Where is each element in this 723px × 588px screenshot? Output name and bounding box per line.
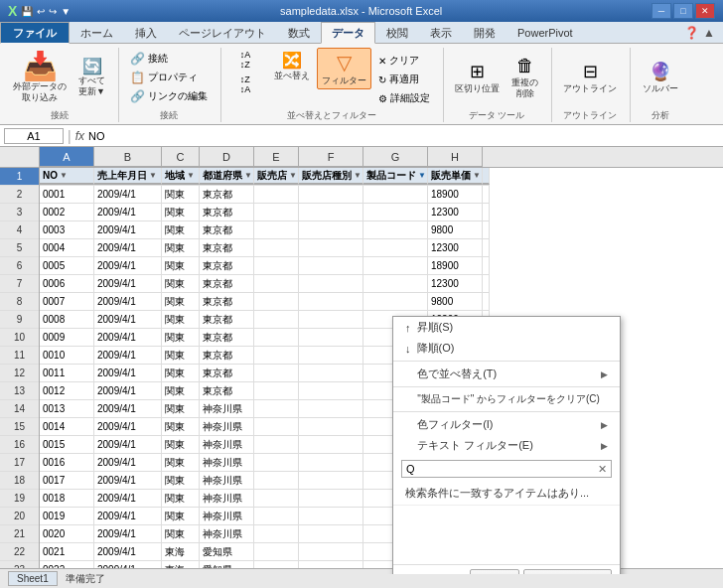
filter-button[interactable]: ▽ フィルター <box>317 48 371 89</box>
cell-r4-c5[interactable] <box>299 221 363 238</box>
row-header-11[interactable]: 11 <box>0 347 39 365</box>
help-icon[interactable]: ❓ <box>684 26 699 40</box>
color-filter-item[interactable]: 色フィルター(I) ▶ <box>393 414 620 435</box>
tab-developer[interactable]: 開発 <box>463 22 506 43</box>
cell-r3-c0[interactable]: 0002 <box>40 204 94 220</box>
row-header-21[interactable]: 21 <box>0 525 39 543</box>
cell-r15-c0[interactable]: 0014 <box>40 418 94 435</box>
cell-r3-c3[interactable]: 東京都 <box>200 204 254 220</box>
row-header-2[interactable]: 2 <box>0 186 39 204</box>
filter-btn-2[interactable]: ▼ <box>187 171 195 180</box>
cell-r19-c0[interactable]: 0018 <box>40 490 94 507</box>
cell-r13-c4[interactable] <box>254 382 299 399</box>
cell-r17-c1[interactable]: 2009/4/1 <box>94 454 162 471</box>
cell-r9-c4[interactable] <box>254 311 299 328</box>
cell-r3-c2[interactable]: 関東 <box>162 204 200 220</box>
cell-r7-c3[interactable]: 東京都 <box>200 275 254 292</box>
row-header-12[interactable]: 12 <box>0 365 39 382</box>
cell-r5-c1[interactable]: 2009/4/1 <box>94 239 162 256</box>
cell-r18-c3[interactable]: 神奈川県 <box>200 472 254 489</box>
cell-r8-c4[interactable] <box>254 293 299 310</box>
solver-button[interactable]: 🔮 ソルバー <box>638 58 683 97</box>
cell-r19-c5[interactable] <box>299 490 363 507</box>
properties-button[interactable]: 📋プロパティ <box>125 69 213 86</box>
cell-r10-c5[interactable] <box>299 329 363 346</box>
tab-home[interactable]: ホーム <box>70 22 124 43</box>
filter-btn-5[interactable]: ▼ <box>354 171 362 180</box>
cell-r13-c3[interactable]: 東京都 <box>200 382 254 399</box>
close-button[interactable]: ✕ <box>695 3 715 19</box>
external-data-button[interactable]: 📥 外部データの取り込み <box>8 50 72 106</box>
clear-filter-item[interactable]: "製品コード" からフィルターをクリア(C) <box>393 389 620 409</box>
cell-r6-c6[interactable] <box>363 257 428 274</box>
sort-az-icon[interactable]: ↕A↕Z <box>227 48 263 72</box>
customize-icon[interactable]: ▼ <box>61 6 71 17</box>
filter-search-box[interactable]: ✕ <box>401 460 612 478</box>
cell-r14-c1[interactable]: 2009/4/1 <box>94 400 162 417</box>
sort-descending-item[interactable]: ↓ 降順(O) <box>393 338 620 359</box>
row-header-15[interactable]: 15 <box>0 418 39 436</box>
cell-r18-c0[interactable]: 0017 <box>40 472 94 489</box>
tab-page-layout[interactable]: ページレイアウト <box>168 22 277 43</box>
cell-r19-c2[interactable]: 関東 <box>162 490 200 507</box>
cell-r16-c4[interactable] <box>254 436 299 453</box>
cell-r15-c3[interactable]: 神奈川県 <box>200 418 254 435</box>
cell-r7-c5[interactable] <box>299 275 363 292</box>
cell-r7-c2[interactable]: 関東 <box>162 275 200 292</box>
cell-r17-c0[interactable]: 0016 <box>40 454 94 471</box>
tab-view[interactable]: 表示 <box>419 22 463 43</box>
cell-r4-c3[interactable]: 東京都 <box>200 221 254 238</box>
row-header-9[interactable]: 9 <box>0 311 39 329</box>
cell-r15-c1[interactable]: 2009/4/1 <box>94 418 162 435</box>
cell-r17-c3[interactable]: 神奈川県 <box>200 454 254 471</box>
cell-r8-c5[interactable] <box>299 293 363 310</box>
cell-r10-c4[interactable] <box>254 329 299 346</box>
minimize-button[interactable]: ─ <box>651 3 671 19</box>
col-header-h[interactable]: H <box>428 147 483 167</box>
row-header-19[interactable]: 19 <box>0 490 39 508</box>
tab-review[interactable]: 校閲 <box>375 22 419 43</box>
cell-r5-c2[interactable]: 関東 <box>162 239 200 256</box>
cell-r13-c1[interactable]: 2009/4/1 <box>94 382 162 399</box>
cell-r21-c0[interactable]: 0020 <box>40 525 94 542</box>
cell-r14-c0[interactable]: 0013 <box>40 400 94 417</box>
row-header-22[interactable]: 22 <box>0 543 39 561</box>
sort-za-icon[interactable]: ↕Z↕A <box>227 73 263 96</box>
refresh-all-button[interactable]: 🔄 すべて更新▼ <box>73 56 110 100</box>
cell-r11-c1[interactable]: 2009/4/1 <box>94 347 162 364</box>
col-header-g[interactable]: G <box>363 147 428 167</box>
cell-r16-c1[interactable]: 2009/4/1 <box>94 436 162 453</box>
cell-r13-c0[interactable]: 0012 <box>40 382 94 399</box>
cell-r16-c0[interactable]: 0015 <box>40 436 94 453</box>
cell-r7-c4[interactable] <box>254 275 299 292</box>
cell-r2-c7[interactable]: 18900 <box>428 186 483 203</box>
cell-r21-c3[interactable]: 神奈川県 <box>200 525 254 542</box>
row-header-18[interactable]: 18 <box>0 472 39 490</box>
cell-r11-c5[interactable] <box>299 347 363 364</box>
cell-r8-c0[interactable]: 0007 <box>40 293 94 310</box>
row-header-4[interactable]: 4 <box>0 221 39 239</box>
cell-r16-c3[interactable]: 神奈川県 <box>200 436 254 453</box>
cell-r11-c3[interactable]: 東京都 <box>200 347 254 364</box>
cell-r8-c7[interactable]: 9800 <box>428 293 483 310</box>
col-header-d[interactable]: D <box>200 147 254 167</box>
cell-r22-c0[interactable]: 0021 <box>40 543 94 560</box>
ribbon-minimize-icon[interactable]: ▲ <box>703 26 715 40</box>
row-header-16[interactable]: 16 <box>0 436 39 454</box>
cell-r17-c4[interactable] <box>254 454 299 471</box>
cell-r12-c3[interactable]: 東京都 <box>200 365 254 381</box>
row-header-14[interactable]: 14 <box>0 400 39 418</box>
row-header-10[interactable]: 10 <box>0 329 39 347</box>
row-header-1[interactable]: 1 <box>0 168 39 186</box>
cell-r9-c0[interactable]: 0008 <box>40 311 94 328</box>
cell-r4-c2[interactable]: 関東 <box>162 221 200 238</box>
cell-r2-c5[interactable] <box>299 186 363 203</box>
cell-r19-c1[interactable]: 2009/4/1 <box>94 490 162 507</box>
filter-btn-7[interactable]: ▼ <box>473 171 481 180</box>
cell-r5-c3[interactable]: 東京都 <box>200 239 254 256</box>
cell-r2-c4[interactable] <box>254 186 299 203</box>
cell-r12-c0[interactable]: 0011 <box>40 365 94 381</box>
sort-ascending-item[interactable]: ↑ 昇順(S) <box>393 317 620 338</box>
filter-dropdown[interactable]: ↑ 昇順(S) ↓ 降順(O) 色で並べ替え(T) ▶ "製品コード" からフィ… <box>392 316 621 574</box>
name-box[interactable] <box>4 128 64 144</box>
